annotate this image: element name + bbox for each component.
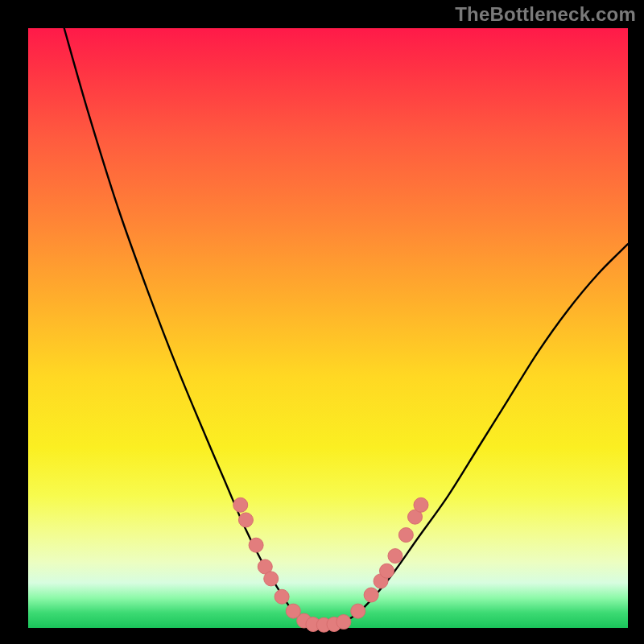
data-marker — [249, 538, 263, 552]
data-marker — [233, 497, 248, 512]
bottleneck-curve — [64, 28, 628, 625]
data-marker — [351, 604, 365, 618]
chart-frame: TheBottleneck.com — [0, 0, 644, 644]
data-marker — [414, 497, 428, 512]
data-marker — [364, 588, 378, 602]
data-marker — [264, 572, 279, 586]
data-marker — [275, 589, 289, 604]
data-marker — [398, 528, 413, 543]
data-marker — [238, 513, 253, 527]
data-marker — [380, 564, 394, 578]
data-marker — [336, 615, 351, 630]
watermark-text: TheBottleneck.com — [455, 3, 636, 26]
chart-svg — [28, 28, 628, 628]
data-marker — [388, 549, 402, 564]
